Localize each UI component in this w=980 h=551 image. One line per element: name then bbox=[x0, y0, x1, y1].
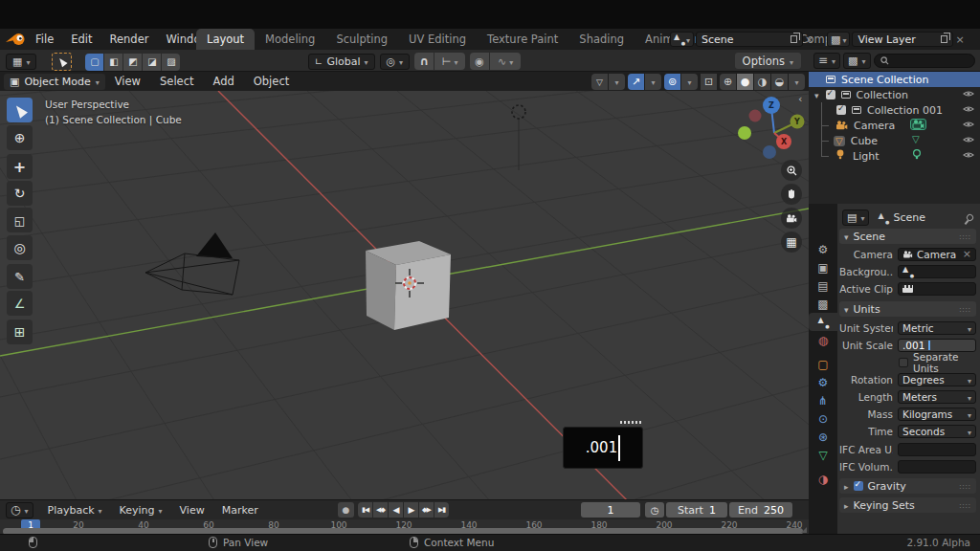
shading-wireframe-button[interactable] bbox=[720, 74, 736, 90]
tool-select-box[interactable] bbox=[7, 98, 33, 122]
tool-add-cube[interactable] bbox=[7, 320, 33, 344]
pin-icon[interactable] bbox=[966, 213, 975, 223]
floating-value-input[interactable]: .001 bbox=[563, 427, 643, 469]
select-subtract-button[interactable]: ◩ bbox=[123, 54, 142, 71]
visibility-dropdown[interactable] bbox=[609, 74, 625, 90]
ifc-area-input[interactable] bbox=[898, 443, 976, 456]
copy-icon[interactable] bbox=[941, 35, 947, 43]
outliner-row-collection-001[interactable]: Collection 001 bbox=[809, 102, 980, 118]
collection-checkbox[interactable] bbox=[836, 105, 846, 115]
use-preview-range-button[interactable]: ◷ bbox=[645, 502, 664, 518]
outliner-search-input[interactable] bbox=[874, 54, 976, 68]
tool-scale[interactable] bbox=[7, 208, 33, 232]
light-data-icon[interactable] bbox=[912, 149, 922, 163]
hide-eye-icon[interactable] bbox=[963, 151, 974, 159]
current-frame-field[interactable]: 1 bbox=[581, 502, 640, 518]
outliner-row-scene-collection[interactable]: Scene Collection bbox=[809, 72, 980, 87]
select-intersect-button[interactable]: ▨ bbox=[162, 54, 180, 71]
proportional-falloff-dropdown[interactable] bbox=[490, 53, 521, 70]
select-invert-button[interactable]: ◪ bbox=[143, 54, 161, 71]
transform-orientation-dropdown[interactable]: Global bbox=[308, 54, 375, 70]
tab-output[interactable]: ▤ bbox=[809, 276, 837, 295]
menu-select[interactable]: Select bbox=[150, 75, 203, 88]
unit-scale-input[interactable]: .001 bbox=[898, 339, 976, 352]
outliner-row-cube[interactable]: ▽ Cube ▽ bbox=[809, 133, 980, 148]
tab-shading[interactable]: Shading bbox=[568, 29, 635, 50]
view-layer-name-field[interactable]: View Layer bbox=[852, 32, 953, 47]
mass-dropdown[interactable]: Kilograms bbox=[898, 408, 976, 421]
tab-tool[interactable]: ⚙ bbox=[809, 240, 837, 258]
tab-uv-editing[interactable]: UV Editing bbox=[398, 29, 477, 50]
show-gizmo-toggle[interactable] bbox=[628, 74, 644, 90]
tab-modifiers[interactable]: ⚙ bbox=[809, 373, 837, 391]
view-layer-browse-button[interactable] bbox=[827, 32, 850, 47]
section-scene[interactable]: Scene bbox=[839, 229, 976, 244]
active-tool-button[interactable] bbox=[52, 53, 72, 71]
outliner-display-mode-button[interactable] bbox=[843, 53, 870, 69]
tab-physics[interactable]: ⊙ bbox=[809, 409, 837, 428]
tool-measure[interactable] bbox=[7, 291, 33, 316]
gizmo-neg-z-ball[interactable] bbox=[763, 145, 776, 159]
menu-object[interactable]: Object bbox=[244, 75, 299, 88]
frame-start-field[interactable]: Start1 bbox=[666, 502, 727, 518]
separate-units-checkbox[interactable] bbox=[899, 358, 908, 367]
viewport-3d[interactable]: Z Y X User Perspective (1) Scene Collect… bbox=[0, 91, 809, 499]
menu-view[interactable]: View bbox=[105, 75, 150, 88]
gizmo-neg-x-ball[interactable] bbox=[749, 110, 762, 122]
scene-browse-button[interactable] bbox=[670, 32, 694, 47]
collection-checkbox[interactable] bbox=[826, 90, 835, 99]
proportional-edit-toggle[interactable] bbox=[470, 53, 489, 70]
mesh-data-icon[interactable]: ▽ bbox=[912, 134, 920, 144]
object-type-visibility-button[interactable] bbox=[591, 74, 608, 90]
record-button[interactable]: ● bbox=[338, 502, 354, 518]
hide-eye-icon[interactable] bbox=[963, 121, 974, 128]
tool-transform[interactable] bbox=[7, 235, 33, 260]
pivot-point-dropdown[interactable] bbox=[380, 54, 411, 70]
timeline-editor-type-button[interactable] bbox=[6, 502, 33, 518]
editor-type-button[interactable] bbox=[6, 54, 36, 70]
section-units[interactable]: Units bbox=[839, 301, 976, 317]
copy-icon[interactable] bbox=[791, 35, 797, 43]
camera-view-button[interactable] bbox=[781, 208, 802, 229]
zoom-button[interactable] bbox=[781, 160, 802, 181]
corner-resize-handle[interactable] bbox=[801, 527, 807, 533]
outliner-row-camera[interactable]: Camera bbox=[809, 118, 980, 133]
tab-scene[interactable] bbox=[809, 313, 837, 331]
select-extend-button[interactable]: ◧ bbox=[104, 54, 122, 71]
tab-sculpting[interactable]: Sculpting bbox=[325, 29, 398, 50]
panel-gravity[interactable]: Gravity bbox=[839, 478, 976, 494]
menu-playback[interactable]: Playback bbox=[39, 504, 111, 517]
options-button[interactable]: Options bbox=[735, 53, 801, 69]
shading-solid-button[interactable] bbox=[737, 74, 753, 90]
frame-end-field[interactable]: End250 bbox=[729, 502, 792, 518]
tab-world[interactable]: ◍ bbox=[809, 331, 837, 349]
time-dropdown[interactable]: Seconds bbox=[898, 425, 976, 438]
tab-constraints[interactable]: ⊛ bbox=[809, 428, 837, 446]
tab-object-data[interactable]: ▽ bbox=[809, 446, 837, 464]
tab-render[interactable]: ▣ bbox=[809, 258, 837, 276]
menu-render[interactable]: Render bbox=[101, 33, 158, 46]
tool-rotate[interactable] bbox=[7, 181, 33, 206]
gizmo-dropdown[interactable] bbox=[645, 74, 661, 90]
sidebar-toggle[interactable]: ‹ bbox=[798, 93, 802, 105]
gizmo-pos-y-ball[interactable] bbox=[738, 126, 751, 140]
menu-view[interactable]: View bbox=[171, 504, 213, 517]
show-overlays-toggle[interactable] bbox=[664, 74, 680, 90]
tab-layout[interactable]: Layout bbox=[196, 29, 255, 50]
menu-keying[interactable]: Keying bbox=[111, 504, 171, 517]
play-reverse-button[interactable]: ◀ bbox=[389, 502, 403, 518]
tab-texture-paint[interactable]: Texture Paint bbox=[477, 29, 568, 50]
camera-data-icon[interactable] bbox=[910, 119, 926, 130]
snap-settings-dropdown[interactable] bbox=[434, 53, 465, 70]
cube-object[interactable] bbox=[366, 241, 451, 330]
pan-button[interactable] bbox=[781, 184, 802, 205]
clear-icon[interactable] bbox=[963, 248, 971, 260]
outliner-editor-type-button[interactable] bbox=[813, 53, 840, 69]
tool-annotate[interactable] bbox=[7, 264, 33, 289]
panel-keying-sets[interactable]: Keying Sets bbox=[839, 497, 976, 513]
mode-dropdown[interactable]: Object Mode bbox=[4, 74, 105, 90]
tab-view-layer[interactable]: ▩ bbox=[809, 295, 837, 313]
menu-add[interactable]: Add bbox=[204, 75, 244, 88]
scene-unlink-icon[interactable] bbox=[805, 33, 813, 46]
properties-editor-type-button[interactable]: ▤ bbox=[842, 209, 869, 226]
